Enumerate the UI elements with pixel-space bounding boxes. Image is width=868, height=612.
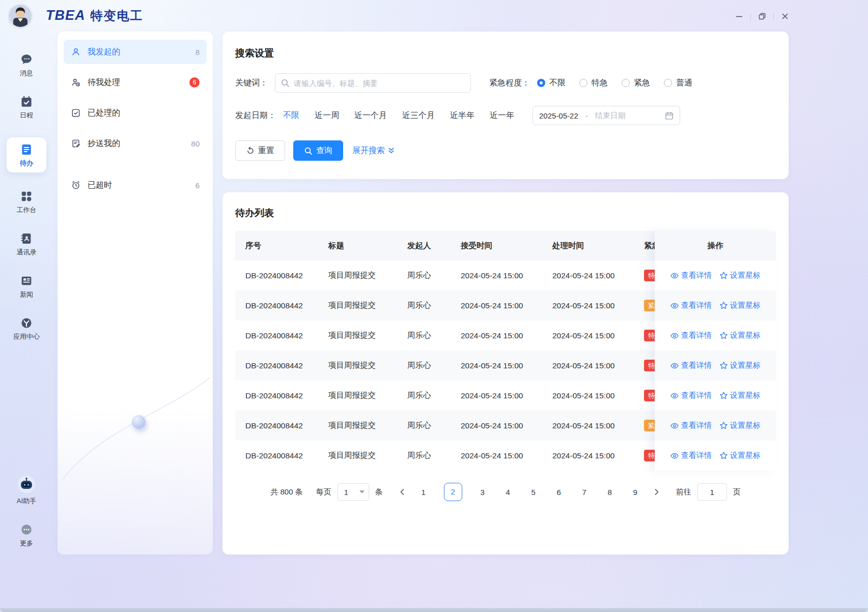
- rail-label: 新闻: [20, 290, 33, 299]
- per-page-select[interactable]: 1: [338, 483, 369, 501]
- page-button-2[interactable]: 2: [444, 483, 462, 501]
- query-button[interactable]: 查询: [293, 140, 343, 161]
- double-chevron-down-icon: [387, 147, 395, 155]
- rail-item-ai-assistant[interactable]: AI助手: [17, 475, 36, 506]
- page-button-4[interactable]: 4: [503, 488, 513, 497]
- view-detail-link[interactable]: 查看详情: [670, 361, 712, 370]
- rail-item-messages[interactable]: 消息: [20, 53, 33, 78]
- date-option-unlimited[interactable]: 不限: [283, 110, 299, 121]
- maximize-button[interactable]: [754, 10, 770, 22]
- date-range-picker[interactable]: 2025-05-22 - 结束日期: [533, 106, 680, 125]
- cell-received: 2024-05-24 15:00: [461, 271, 552, 280]
- rail-item-contacts[interactable]: 通讯录: [17, 232, 37, 257]
- page-button-7[interactable]: 7: [579, 488, 590, 497]
- set-star-link[interactable]: 设置星标: [719, 301, 761, 310]
- page-button-1[interactable]: 1: [418, 488, 429, 497]
- rail-item-appcenter[interactable]: 应用中心: [13, 316, 40, 341]
- date-option-last-month[interactable]: 近一个月: [354, 110, 387, 121]
- message-icon: [20, 53, 33, 66]
- set-star-link[interactable]: 设置星标: [719, 451, 761, 460]
- cell-title: 项目周报提交: [328, 450, 407, 461]
- sidebar-item-cc-to-me[interactable]: 抄送我的 80: [64, 131, 207, 156]
- news-icon: [20, 274, 33, 287]
- cell-seq: DB-2024008442: [245, 421, 328, 430]
- set-star-link[interactable]: 设置星标: [719, 271, 761, 280]
- sidebar-item-label: 已处理的: [88, 108, 120, 119]
- item-count: 6: [195, 181, 200, 190]
- expand-search-link[interactable]: 展开搜索: [352, 145, 395, 156]
- cell-processed: 2024-05-24 15:00: [552, 361, 644, 370]
- urgency-radio-normal[interactable]: 普通: [664, 78, 692, 89]
- eye-icon: [670, 362, 679, 370]
- view-detail-link[interactable]: 查看详情: [670, 391, 712, 400]
- goto-page-input[interactable]: [697, 483, 727, 501]
- cell-title: 项目周报提交: [328, 300, 407, 311]
- star-icon: [719, 391, 728, 400]
- sidebar-item-pending-my-action[interactable]: 待我处理 6: [64, 70, 207, 95]
- reset-icon: [246, 147, 255, 155]
- prev-page-button[interactable]: [396, 488, 408, 496]
- view-detail-link[interactable]: 查看详情: [670, 301, 712, 310]
- reset-button[interactable]: 重置: [235, 140, 285, 161]
- cell-seq: DB-2024008442: [245, 451, 328, 460]
- total-count: 共 800 条: [270, 487, 302, 497]
- cell-received: 2024-05-24 15:00: [461, 391, 552, 400]
- keyword-input[interactable]: [275, 73, 471, 93]
- rail-item-todo[interactable]: 待办: [7, 137, 46, 172]
- sidebar-item-overdue[interactable]: 已超时 6: [64, 173, 207, 197]
- radio-label: 普通: [676, 78, 692, 89]
- page-button-9[interactable]: 9: [630, 488, 640, 497]
- chevron-down-icon: [359, 490, 365, 493]
- divider: [773, 13, 774, 20]
- brand-cn: 特变电工: [91, 8, 144, 24]
- cell-initiator: 周乐心: [407, 300, 461, 311]
- view-detail-link[interactable]: 查看详情: [670, 271, 712, 280]
- urgency-radio-unlimited[interactable]: 不限: [537, 78, 566, 89]
- urgency-radio-extra-urgent[interactable]: 特急: [579, 78, 608, 89]
- col-initiator: 发起人: [407, 241, 461, 251]
- minimize-button[interactable]: [731, 10, 747, 22]
- sidebar-item-label: 我发起的: [88, 47, 120, 57]
- page-button-3[interactable]: 3: [478, 488, 488, 497]
- rail-item-workbench[interactable]: 工作台: [17, 190, 37, 215]
- next-page-button[interactable]: [651, 488, 663, 496]
- more-icon: [20, 523, 33, 536]
- date-option-last-year[interactable]: 近一年: [490, 110, 514, 121]
- urgency-label: 紧急程度：: [489, 78, 530, 89]
- rail-item-more[interactable]: 更多: [20, 523, 33, 548]
- date-option-last-week[interactable]: 近一周: [315, 110, 339, 121]
- view-detail-link[interactable]: 查看详情: [670, 451, 712, 460]
- rail-item-schedule[interactable]: 日程: [20, 95, 33, 120]
- minimize-icon: [736, 13, 743, 20]
- close-button[interactable]: [777, 10, 793, 22]
- sidebar-item-label: 已超时: [88, 180, 112, 191]
- set-star-link[interactable]: 设置星标: [719, 331, 761, 340]
- view-detail-link[interactable]: 查看详情: [670, 421, 712, 430]
- calendar-icon: [20, 95, 33, 108]
- set-star-link[interactable]: 设置星标: [719, 361, 761, 370]
- user-avatar[interactable]: [9, 5, 32, 27]
- nav-rail: 消息 日程 待办 工作台 通讯录: [0, 32, 53, 608]
- sidebar-item-processed[interactable]: 已处理的: [64, 101, 207, 125]
- decorative-arc: [58, 357, 213, 510]
- set-star-link[interactable]: 设置星标: [719, 391, 761, 400]
- set-star-link[interactable]: 设置星标: [719, 421, 761, 430]
- page-button-5[interactable]: 5: [528, 488, 539, 497]
- item-count: 8: [195, 48, 200, 56]
- cell-received: 2024-05-24 15:00: [461, 301, 552, 310]
- search-icon: [281, 78, 290, 88]
- date-option-last-3-months[interactable]: 近三个月: [402, 110, 435, 121]
- date-option-last-6-months[interactable]: 近半年: [450, 110, 474, 121]
- view-detail-link[interactable]: 查看详情: [670, 331, 712, 340]
- radio-icon: [664, 79, 672, 87]
- page-button-6[interactable]: 6: [554, 488, 564, 497]
- contacts-icon: [20, 232, 33, 245]
- star-icon: [719, 421, 728, 430]
- page-button-8[interactable]: 8: [605, 488, 615, 497]
- view-detail-label: 查看详情: [681, 391, 712, 400]
- urgency-radio-urgent[interactable]: 紧急: [622, 78, 650, 89]
- cell-title: 项目周报提交: [328, 420, 407, 431]
- rail-item-news[interactable]: 新闻: [20, 274, 33, 299]
- rail-label: 日程: [20, 111, 33, 120]
- sidebar-item-initiated-by-me[interactable]: 我发起的 8: [64, 40, 207, 64]
